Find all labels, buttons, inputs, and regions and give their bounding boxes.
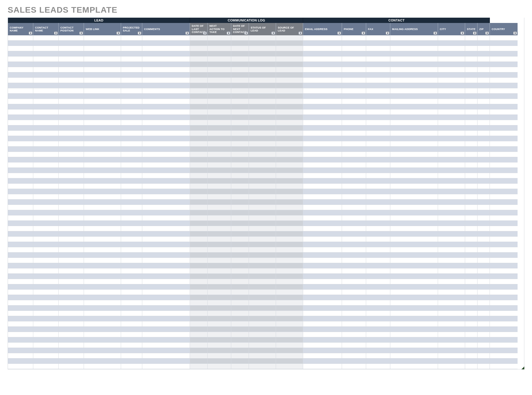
table-cell[interactable] <box>231 78 249 83</box>
table-cell[interactable] <box>190 231 208 237</box>
table-cell[interactable] <box>84 194 121 200</box>
table-cell[interactable] <box>8 72 33 78</box>
table-cell[interactable] <box>276 237 303 242</box>
table-cell[interactable] <box>276 194 303 200</box>
table-cell[interactable] <box>390 210 438 215</box>
table-cell[interactable] <box>366 205 390 210</box>
table-cell[interactable] <box>438 205 465 210</box>
table-cell[interactable] <box>208 147 231 152</box>
table-cell[interactable] <box>121 99 142 104</box>
table-cell[interactable] <box>276 35 303 41</box>
table-cell[interactable] <box>121 200 142 205</box>
table-cell[interactable] <box>208 300 231 306</box>
table-cell[interactable] <box>8 57 33 62</box>
table-cell[interactable] <box>249 242 276 247</box>
table-cell[interactable] <box>438 321 465 327</box>
table-cell[interactable] <box>249 295 276 300</box>
table-cell[interactable] <box>438 51 465 57</box>
table-cell[interactable] <box>390 162 438 168</box>
table-cell[interactable] <box>465 178 478 184</box>
table-cell[interactable] <box>121 104 142 109</box>
table-cell[interactable] <box>438 184 465 189</box>
table-cell[interactable] <box>276 125 303 131</box>
table-cell[interactable] <box>303 109 342 115</box>
table-cell[interactable] <box>33 194 59 200</box>
filter-dropdown-icon[interactable] <box>337 31 341 35</box>
table-cell[interactable] <box>438 168 465 173</box>
table-cell[interactable] <box>142 78 190 83</box>
table-cell[interactable] <box>142 189 190 194</box>
table-cell[interactable] <box>366 359 390 364</box>
table-cell[interactable] <box>190 316 208 321</box>
table-cell[interactable] <box>84 152 121 157</box>
table-cell[interactable] <box>465 337 478 343</box>
table-cell[interactable] <box>59 109 84 115</box>
table-cell[interactable] <box>303 237 342 242</box>
table-cell[interactable] <box>465 41 478 46</box>
table-cell[interactable] <box>142 237 190 242</box>
table-cell[interactable] <box>33 359 59 364</box>
table-cell[interactable] <box>366 51 390 57</box>
table-cell[interactable] <box>465 200 478 205</box>
table-cell[interactable] <box>303 120 342 125</box>
table-cell[interactable] <box>490 51 518 57</box>
table-cell[interactable] <box>438 295 465 300</box>
table-cell[interactable] <box>190 41 208 46</box>
table-cell[interactable] <box>390 168 438 173</box>
table-cell[interactable] <box>478 253 490 258</box>
table-cell[interactable] <box>465 242 478 247</box>
table-cell[interactable] <box>121 263 142 268</box>
table-cell[interactable] <box>390 152 438 157</box>
table-cell[interactable] <box>142 226 190 231</box>
table-cell[interactable] <box>8 88 33 94</box>
table-cell[interactable] <box>249 157 276 162</box>
table-cell[interactable] <box>33 131 59 136</box>
table-cell[interactable] <box>8 194 33 200</box>
table-cell[interactable] <box>342 343 366 348</box>
table-cell[interactable] <box>208 353 231 359</box>
table-cell[interactable] <box>208 178 231 184</box>
table-cell[interactable] <box>438 268 465 274</box>
table-cell[interactable] <box>276 306 303 311</box>
table-cell[interactable] <box>342 364 366 369</box>
table-cell[interactable] <box>33 46 59 51</box>
table-cell[interactable] <box>249 83 276 88</box>
table-cell[interactable] <box>490 274 518 279</box>
table-cell[interactable] <box>208 67 231 72</box>
table-cell[interactable] <box>490 173 518 178</box>
table-cell[interactable] <box>33 157 59 162</box>
table-cell[interactable] <box>33 200 59 205</box>
table-cell[interactable] <box>8 168 33 173</box>
table-cell[interactable] <box>366 274 390 279</box>
table-cell[interactable] <box>33 57 59 62</box>
table-cell[interactable] <box>465 290 478 295</box>
table-cell[interactable] <box>276 348 303 353</box>
table-cell[interactable] <box>208 306 231 311</box>
table-cell[interactable] <box>142 332 190 337</box>
table-cell[interactable] <box>438 189 465 194</box>
filter-dropdown-icon[interactable] <box>513 31 517 35</box>
table-cell[interactable] <box>142 157 190 162</box>
table-cell[interactable] <box>366 189 390 194</box>
table-cell[interactable] <box>465 147 478 152</box>
table-cell[interactable] <box>231 359 249 364</box>
table-cell[interactable] <box>59 88 84 94</box>
table-cell[interactable] <box>121 268 142 274</box>
table-cell[interactable] <box>121 205 142 210</box>
table-cell[interactable] <box>121 253 142 258</box>
table-cell[interactable] <box>231 274 249 279</box>
table-cell[interactable] <box>303 162 342 168</box>
table-cell[interactable] <box>303 231 342 237</box>
table-cell[interactable] <box>276 279 303 284</box>
table-cell[interactable] <box>342 51 366 57</box>
table-cell[interactable] <box>303 253 342 258</box>
table-cell[interactable] <box>208 109 231 115</box>
table-cell[interactable] <box>303 306 342 311</box>
filter-dropdown-icon[interactable] <box>203 31 207 35</box>
table-cell[interactable] <box>438 316 465 321</box>
table-cell[interactable] <box>8 205 33 210</box>
table-cell[interactable] <box>142 162 190 168</box>
table-cell[interactable] <box>249 88 276 94</box>
table-cell[interactable] <box>59 162 84 168</box>
table-cell[interactable] <box>478 359 490 364</box>
